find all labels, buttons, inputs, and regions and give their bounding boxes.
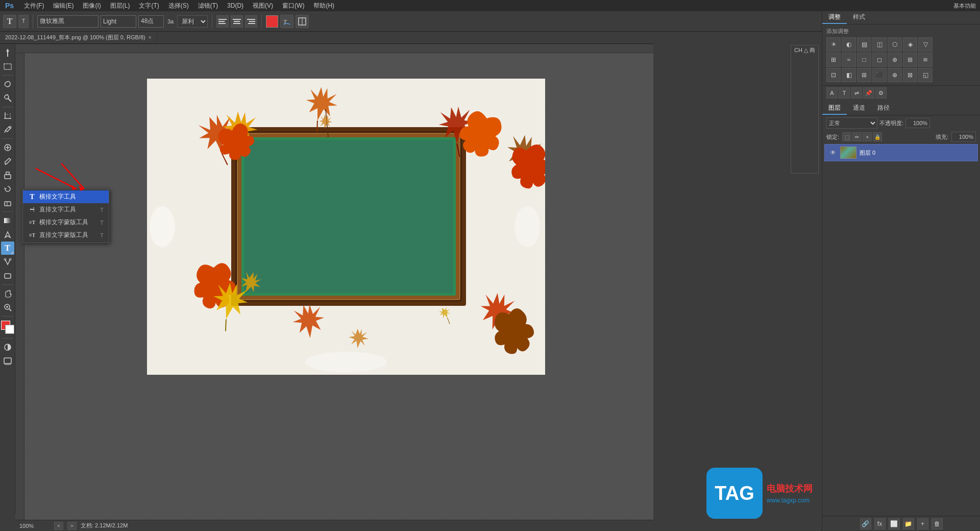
adj-photofilter[interactable]: □	[857, 53, 871, 67]
ctx-item-horizontal-text[interactable]: T 横排文字工具	[23, 190, 109, 203]
rp-icon-5[interactable]: ⚙	[875, 87, 887, 99]
tool-path-select[interactable]	[1, 255, 14, 269]
adj-vibrance[interactable]: ◈	[903, 37, 917, 52]
tool-heal[interactable]	[1, 141, 14, 154]
adj-levels[interactable]: ▤	[857, 37, 871, 52]
tab-layers[interactable]: 图层	[822, 102, 847, 115]
tool-shape[interactable]	[1, 269, 14, 282]
tool-quick-mask[interactable]	[1, 341, 14, 354]
toggle-panel-btn[interactable]	[296, 15, 309, 28]
menu-window[interactable]: 窗口(W)	[278, 1, 308, 11]
tab-adjustments[interactable]: 调整	[822, 11, 847, 24]
menu-text[interactable]: 文字(T)	[135, 1, 163, 11]
type-options-btn[interactable]: T	[18, 15, 29, 28]
move-tool-btn[interactable]: T	[3, 15, 16, 28]
tool-rect-select[interactable]	[1, 60, 14, 73]
menu-view[interactable]: 视图(V)	[249, 1, 277, 11]
antialias-select[interactable]: 犀利	[177, 15, 208, 28]
font-size-input[interactable]	[138, 15, 164, 28]
adj-exposure[interactable]: ⬡	[888, 37, 902, 52]
lock-image-btn[interactable]: ✏	[852, 132, 862, 141]
ctx-item-vertical-text[interactable]: T 直排文字工具 T	[23, 203, 109, 216]
tool-gradient[interactable]	[1, 214, 14, 227]
rp-icon-2[interactable]: T	[839, 87, 850, 99]
tool-screen-mode[interactable]	[1, 354, 14, 368]
opacity-input[interactable]	[905, 118, 930, 128]
rp-icon-3[interactable]: ⇌	[851, 87, 862, 99]
tab-close-btn[interactable]: ×	[149, 35, 152, 40]
background-color[interactable]	[5, 325, 14, 334]
font-style-input[interactable]	[101, 15, 136, 28]
menu-help[interactable]: 帮助(H)	[309, 1, 338, 11]
rp-icon-1[interactable]: A	[826, 87, 838, 99]
new-group-btn[interactable]: 📁	[903, 518, 914, 529]
adj-hsb[interactable]: ▽	[918, 37, 933, 52]
menu-layer[interactable]: 图层(L)	[106, 1, 134, 11]
align-right-btn[interactable]	[245, 15, 257, 28]
adj-contrast[interactable]: ◐	[842, 37, 856, 52]
warp-text-btn[interactable]: T	[280, 15, 293, 28]
layer-0-item[interactable]: 👁 图层 0	[824, 144, 978, 161]
adj-colorbalance[interactable]: ⊞	[826, 53, 841, 67]
layer-visibility-eye[interactable]: 👁	[829, 149, 837, 157]
tool-eyedropper[interactable]	[1, 123, 14, 136]
tool-hand[interactable]	[1, 287, 14, 300]
tab-current-file[interactable]: 2022-12-08_111449_剪本.png @ 100% (图层 0, R…	[0, 32, 157, 43]
ctx-item-vertical-mask[interactable]: ≡T 直排文字蒙版工具 T	[23, 229, 109, 242]
fg-bg-colors[interactable]	[1, 321, 14, 334]
zoom-in-btn[interactable]: >	[67, 522, 77, 530]
align-left-btn[interactable]	[216, 15, 229, 28]
adj-bw[interactable]: ≈	[842, 53, 856, 67]
align-center-btn[interactable]	[231, 15, 243, 28]
menu-3d[interactable]: 3D(D)	[223, 1, 248, 10]
adj-selective-color[interactable]: ⊡	[826, 68, 841, 82]
text-color-swatch[interactable]	[266, 15, 278, 28]
adj-extra3[interactable]: ⬛	[872, 68, 887, 82]
blend-mode-select[interactable]: 正常	[826, 117, 877, 129]
lock-position-btn[interactable]: +	[863, 132, 872, 141]
zoom-out-btn[interactable]: <	[54, 522, 63, 530]
tool-crop[interactable]	[1, 109, 14, 123]
menu-image[interactable]: 图像(I)	[79, 1, 105, 11]
rp-icon-4[interactable]: 📌	[863, 87, 874, 99]
adj-extra6[interactable]: ◱	[918, 68, 933, 82]
adj-extra4[interactable]: ⊕	[888, 68, 902, 82]
tool-pen[interactable]	[1, 228, 14, 241]
adj-extra1[interactable]: ◧	[842, 68, 856, 82]
tool-magic-wand[interactable]	[1, 91, 14, 105]
tab-paths[interactable]: 路径	[871, 102, 896, 115]
tool-eraser[interactable]	[1, 196, 14, 209]
tool-brush[interactable]	[1, 155, 14, 168]
adj-gradient-map[interactable]: ≋	[918, 53, 933, 67]
menu-filter[interactable]: 滤镜(T)	[194, 1, 222, 11]
tool-text[interactable]: T	[1, 242, 14, 255]
delete-layer-btn[interactable]: 🗑	[932, 518, 943, 529]
font-name-input[interactable]	[37, 15, 99, 28]
adj-extra2[interactable]: ⊞	[857, 68, 871, 82]
adj-posterize[interactable]: ⊕	[888, 53, 902, 67]
adj-channel[interactable]: ◻	[872, 53, 887, 67]
tab-channels[interactable]: 通道	[847, 102, 871, 115]
add-fx-btn[interactable]: fx	[874, 518, 886, 529]
tab-style[interactable]: 样式	[847, 11, 871, 24]
lock-transparent-btn[interactable]: ⬚	[842, 132, 851, 141]
tool-lasso[interactable]	[1, 78, 14, 91]
fill-input[interactable]	[951, 132, 976, 142]
tool-move[interactable]	[1, 46, 14, 59]
adj-curves[interactable]: ◫	[872, 37, 887, 52]
canvas-area[interactable]	[15, 44, 653, 522]
add-link-btn[interactable]: 🔗	[860, 518, 871, 529]
adj-extra5[interactable]: ⊠	[903, 68, 917, 82]
adj-threshold[interactable]: ⊞	[903, 53, 917, 67]
adj-brightness[interactable]: ☀	[826, 37, 841, 52]
tool-history[interactable]	[1, 182, 14, 196]
tool-zoom[interactable]	[1, 301, 14, 314]
new-layer-btn[interactable]: +	[917, 518, 928, 529]
add-mask-btn[interactable]: ⬜	[889, 518, 900, 529]
menu-select[interactable]: 选择(S)	[164, 1, 193, 11]
menu-edit[interactable]: 编辑(E)	[49, 1, 78, 11]
menu-file[interactable]: 文件(F)	[20, 1, 48, 11]
lock-all-btn[interactable]: 🔒	[873, 132, 882, 141]
ctx-item-horizontal-mask[interactable]: ≡T 横排文字蒙版工具 T	[23, 216, 109, 229]
tool-stamp[interactable]	[1, 168, 14, 182]
